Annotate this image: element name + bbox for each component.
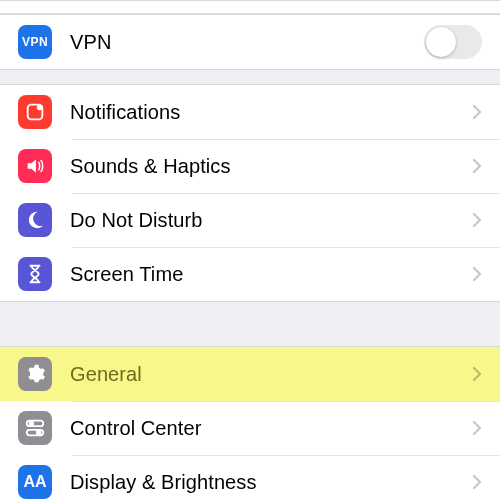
aa-icon-text: AA: [23, 473, 46, 491]
row-label: Sounds & Haptics: [70, 155, 472, 178]
row-label: Notifications: [70, 101, 472, 124]
row-label: Do Not Disturb: [70, 209, 472, 232]
vpn-toggle[interactable]: [424, 25, 482, 59]
settings-list: VPN VPN Notifications: [0, 0, 500, 500]
row-display[interactable]: AA Display & Brightness: [0, 455, 500, 500]
list-edge: [0, 0, 500, 14]
row-dnd[interactable]: Do Not Disturb: [0, 193, 500, 247]
row-label: VPN: [70, 31, 424, 54]
row-general[interactable]: General: [0, 347, 500, 401]
chevron-right-icon: [472, 420, 482, 436]
svg-point-3: [30, 422, 34, 426]
group-spacer: [0, 302, 500, 346]
chevron-right-icon: [472, 366, 482, 382]
chevron-right-icon: [472, 474, 482, 490]
row-notifications[interactable]: Notifications: [0, 85, 500, 139]
group-spacer: [0, 70, 500, 84]
settings-group-alerts: Notifications Sounds & Haptics: [0, 84, 500, 302]
moon-icon: [18, 203, 52, 237]
vpn-icon-text: VPN: [22, 35, 48, 49]
speaker-icon: [18, 149, 52, 183]
row-screentime[interactable]: Screen Time: [0, 247, 500, 301]
chevron-right-icon: [472, 158, 482, 174]
row-vpn[interactable]: VPN VPN: [0, 15, 500, 69]
hourglass-icon: [18, 257, 52, 291]
svg-point-5: [37, 431, 41, 435]
settings-group-general: General Control Center AA: [0, 346, 500, 500]
row-label: Screen Time: [70, 263, 472, 286]
notifications-icon: [18, 95, 52, 129]
row-sounds[interactable]: Sounds & Haptics: [0, 139, 500, 193]
gear-icon: [18, 357, 52, 391]
svg-point-1: [37, 105, 43, 111]
settings-group-network: VPN VPN: [0, 14, 500, 70]
toggle-icon: [18, 411, 52, 445]
chevron-right-icon: [472, 212, 482, 228]
vpn-icon: VPN: [18, 25, 52, 59]
chevron-right-icon: [472, 266, 482, 282]
chevron-right-icon: [472, 104, 482, 120]
aa-icon: AA: [18, 465, 52, 499]
row-label: General: [70, 363, 472, 386]
toggle-knob: [426, 27, 456, 57]
row-control-center[interactable]: Control Center: [0, 401, 500, 455]
row-label: Control Center: [70, 417, 472, 440]
row-label: Display & Brightness: [70, 471, 472, 494]
